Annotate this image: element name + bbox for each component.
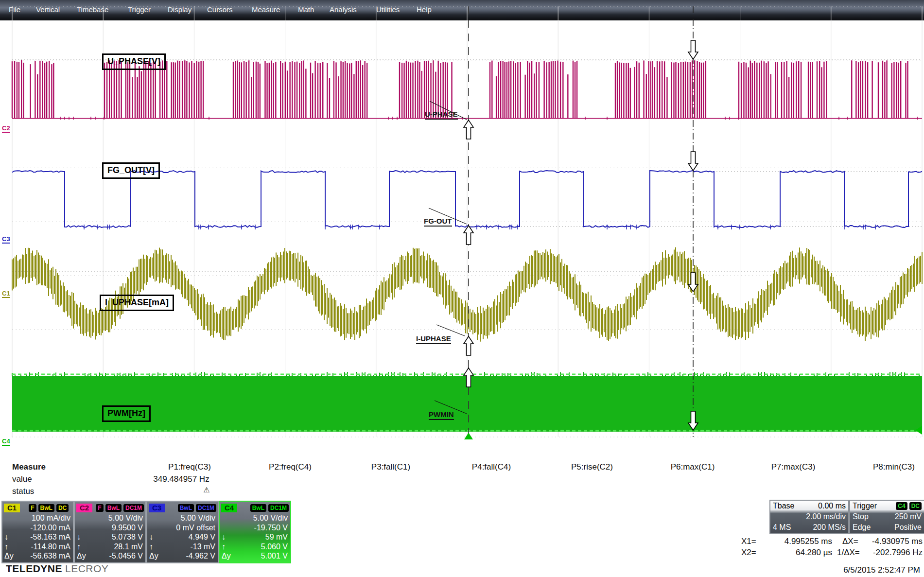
measure-p5-header[interactable]: P5:rise(C2) — [546, 462, 638, 472]
cursor-marker-up-icon[interactable] — [464, 336, 473, 355]
channel-id-badge: C4 — [221, 504, 237, 512]
cursor-low-icon: ↓ — [149, 532, 164, 542]
delta-y-icon: Δy — [4, 551, 19, 561]
cursor-low-icon: ↓ — [222, 532, 236, 542]
channel-marker-c1[interactable]: C1 — [2, 290, 10, 298]
delta-y-icon: Δy — [149, 551, 164, 561]
trigger-type: Edge — [853, 522, 871, 533]
offset-value: -19.750 V — [236, 523, 288, 533]
offset-value: -120.00 mA — [19, 523, 70, 533]
coupling-badge: DC1M — [268, 504, 289, 512]
offset-value: 9.9500 V — [91, 523, 143, 533]
timebase-rate: 200 MS/s — [813, 522, 846, 533]
channel-box-c4[interactable]: C4 BwL DC1M 5.00 V/div -19.750 V ↓59 mV … — [219, 501, 291, 563]
trigger-source-badge: C4 — [896, 502, 907, 510]
cursor-high-icon: ↑ — [77, 542, 91, 552]
oscilloscope-screen: File Vertical Timebase Trigger Display C… — [0, 0, 924, 577]
dx-value: -4.930975 ms — [863, 537, 923, 546]
x2-value: 64.280 µs — [758, 548, 832, 558]
volts-per-div: 5.00 V/div — [91, 513, 143, 523]
volts-per-div: 100 mA/div — [19, 513, 70, 523]
measure-p2-header[interactable]: P2:freq(C4) — [244, 462, 336, 472]
cursor-high-icon: ↑ — [149, 542, 164, 552]
measure-p8-header[interactable]: P8:min(C3) — [848, 462, 924, 472]
cursor-low-icon: ↓ — [77, 532, 91, 542]
timebase-samples: 4 MS — [773, 522, 791, 533]
trigger-coupling-badge: DC — [909, 502, 922, 510]
trace-label-fg-out: FG_OUT[V] — [102, 162, 160, 179]
coupling-badge: DC1M — [123, 504, 144, 512]
coupling-badge: DC1M — [196, 504, 216, 512]
value-row-label: value — [12, 474, 32, 484]
datetime-stamp: 6/5/2015 2:52:47 PM — [843, 565, 920, 575]
channel-id-badge: C2 — [76, 504, 92, 512]
cursor-high-icon: ↑ — [222, 542, 236, 552]
cursor-marker-down-icon[interactable] — [688, 40, 698, 59]
channel-box-c3[interactable]: C3 BwL DC1M 5.00 V/div 0 mV offset ↓4.94… — [146, 501, 219, 563]
measure-p1-status-icon: ⚠ — [160, 486, 253, 494]
measure-p4-header[interactable]: P4:fall(C4) — [445, 462, 538, 472]
channel-box-c1[interactable]: C1 F BwL DC 100 mA/div -120.00 mA ↓-58.1… — [1, 501, 74, 563]
cursor-high-icon: ↑ — [4, 542, 19, 552]
measure-row-label: Measure — [12, 462, 46, 472]
offset-value: 0 mV offset — [164, 523, 215, 533]
x1-label: X1= — [741, 537, 756, 546]
channel-marker-c2[interactable]: C2 — [2, 124, 10, 133]
cursor-tag-i-uphase: I-UPHASE — [416, 334, 451, 344]
inv-dx-label: 1/ΔX= — [837, 548, 860, 558]
coupling-badge: DC — [56, 504, 69, 512]
cursor-marker-up-icon[interactable] — [464, 120, 473, 139]
channel-id-badge: C3 — [149, 504, 165, 512]
channel-id-badge: C1 — [4, 504, 20, 512]
cursor-marker-up-icon[interactable] — [464, 226, 473, 245]
cursor-tag-pwmin: PWMIN — [429, 410, 454, 420]
bwl-badge: BwL — [250, 504, 266, 512]
measure-p1-header[interactable]: P1:freq(C3) — [143, 462, 236, 472]
volts-per-div: 5.00 V/div — [236, 513, 288, 523]
trigger-title: Trigger — [853, 501, 877, 511]
cursor-tag-fg-out: FG-OUT — [424, 217, 452, 227]
timebase-panel[interactable]: Tbase0.00 ms 2.00 ms/div 4 MS200 MS/s — [769, 500, 849, 534]
trigger-panel[interactable]: Trigger C4 DC Stop250 mV EdgePositive — [849, 500, 924, 534]
cursor-low-icon: ↓ — [4, 532, 19, 542]
trigger-mode: Stop — [853, 511, 869, 522]
bwl-badge: BwL — [178, 504, 194, 512]
channel-marker-c4[interactable]: C4 — [2, 437, 10, 446]
coupling-badge: F — [29, 504, 36, 512]
x2-label: X2= — [741, 548, 756, 558]
coupling-badge: F — [96, 504, 103, 512]
x1-value: 4.995255 ms — [758, 537, 832, 546]
timebase-title: Tbase — [773, 501, 794, 511]
volts-per-div: 5.00 V/div — [164, 513, 215, 523]
channel-box-c2[interactable]: C2 F BwL DC1M 5.00 V/div 9.9500 V ↓5.073… — [74, 501, 146, 563]
trigger-slope: Positive — [894, 522, 922, 533]
measure-p1-value: 349.484957 Hz — [135, 474, 227, 484]
trigger-time-marker-icon[interactable] — [464, 433, 473, 439]
measure-p6-header[interactable]: P6:max(C1) — [646, 462, 739, 472]
timebase-scale: 2.00 ms/div — [806, 511, 846, 522]
trace-label-u-phase: U_PHASE[V] — [102, 53, 166, 70]
status-row-label: status — [12, 487, 34, 496]
cursor-tag-u-phase: U-PHASE — [425, 110, 458, 120]
measure-p7-header[interactable]: P7:max(C3) — [747, 462, 839, 472]
trace-label-i-uphase: I_UPHASE[mA] — [100, 295, 174, 311]
bwl-badge: BwL — [105, 504, 122, 512]
delta-y-icon: Δy — [77, 551, 91, 561]
trigger-level: 250 mV — [895, 511, 922, 522]
measure-p3-header[interactable]: P3:fall(C1) — [345, 462, 437, 472]
channel-marker-c3[interactable]: C3 — [2, 235, 10, 244]
delta-y-icon: Δy — [222, 551, 236, 561]
timebase-offset: 0.00 ms — [818, 501, 846, 511]
teledyne-lecroy-logo: TELEDYNELECROY — [6, 563, 108, 575]
dx-label: ΔX= — [842, 537, 858, 546]
bwl-badge: BwL — [38, 504, 54, 512]
trace-label-pwm: PWM[Hz] — [102, 405, 151, 422]
cursor-marker-down-icon[interactable] — [688, 152, 698, 171]
inv-dx-value: -202.7996 Hz — [867, 548, 923, 558]
